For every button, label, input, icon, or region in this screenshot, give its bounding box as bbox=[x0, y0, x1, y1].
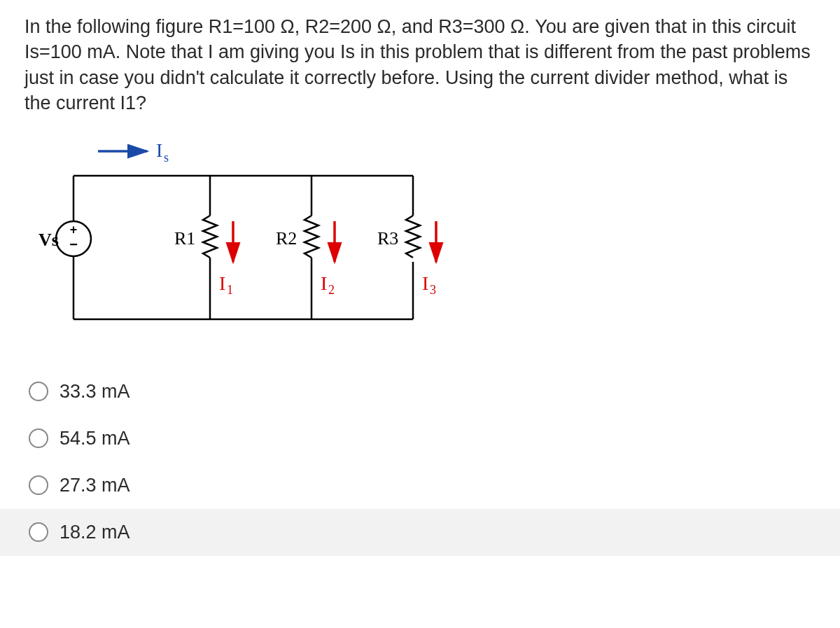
svg-text:2: 2 bbox=[328, 283, 335, 297]
svg-text:1: 1 bbox=[227, 283, 233, 297]
option-c[interactable]: 27.3 mA bbox=[24, 462, 816, 509]
question-text: In the following figure R1=100 Ω, R2=200… bbox=[24, 14, 816, 116]
option-b[interactable]: 54.5 mA bbox=[24, 415, 816, 462]
option-label: 27.3 mA bbox=[59, 475, 130, 496]
r1-label: R1 bbox=[174, 228, 195, 249]
svg-text:I: I bbox=[321, 272, 327, 294]
source-label: Vs bbox=[38, 230, 59, 250]
option-a[interactable]: 33.3 mA bbox=[24, 368, 816, 415]
svg-text:−: − bbox=[69, 237, 78, 252]
option-label: 33.3 mA bbox=[59, 381, 130, 403]
answer-options: 33.3 mA 54.5 mA 27.3 mA 18.2 mA bbox=[24, 368, 816, 556]
svg-text:I: I bbox=[219, 272, 225, 294]
radio-icon bbox=[29, 522, 48, 542]
svg-text:3: 3 bbox=[430, 283, 436, 297]
option-d[interactable]: 18.2 mA bbox=[0, 509, 840, 556]
radio-icon bbox=[29, 382, 48, 401]
r2-label: R2 bbox=[276, 228, 297, 249]
option-label: 54.5 mA bbox=[59, 428, 130, 449]
svg-text:+: + bbox=[70, 223, 78, 237]
svg-text:I: I bbox=[422, 272, 428, 294]
r3-label: R3 bbox=[377, 228, 398, 249]
radio-icon bbox=[29, 475, 48, 495]
svg-text:I: I bbox=[156, 139, 162, 161]
circuit-diagram: I s + − Vs R1 I 1 R2 I 2 R3 I 3 bbox=[24, 137, 816, 347]
radio-icon bbox=[29, 428, 48, 448]
svg-text:s: s bbox=[164, 151, 169, 165]
option-label: 18.2 mA bbox=[59, 522, 130, 543]
